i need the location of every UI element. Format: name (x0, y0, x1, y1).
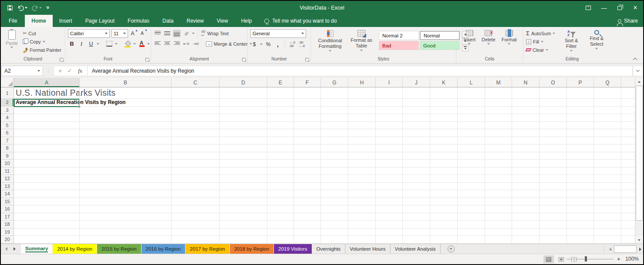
grid-row-12[interactable] (14, 175, 635, 183)
scroll-up-button[interactable] (635, 78, 643, 85)
name-box[interactable]: A2 (1, 66, 43, 76)
number-dialog-launcher[interactable] (305, 58, 309, 62)
redo-dropdown-icon[interactable] (39, 7, 42, 9)
bottom-align-button[interactable] (173, 30, 181, 37)
sheet-tab-2018-by-region[interactable]: 2018 by Region (230, 244, 274, 254)
confirm-entry-icon[interactable]: ✓ (65, 67, 74, 74)
cut-button[interactable]: ✂Cut (23, 29, 61, 37)
share-button[interactable]: Share (618, 15, 638, 27)
sheet-tab-2015-by-region[interactable]: 2015 by Region (97, 244, 141, 254)
zoom-slider-thumb[interactable] (585, 256, 587, 262)
sheet-tab-volunteer-hours[interactable]: Volunteer Hours (345, 244, 390, 254)
column-header-L[interactable]: L (458, 78, 485, 87)
top-align-button[interactable] (154, 30, 162, 37)
tab-review[interactable]: Review (180, 15, 210, 27)
tell-me-box[interactable]: Tell me what you want to do (258, 15, 343, 27)
conditional-formatting-button[interactable]: Conditional Formatting (314, 29, 347, 56)
scroll-left-button[interactable] (609, 248, 611, 251)
minimize-button[interactable]: — (596, 1, 612, 15)
vertical-scroll-thumb[interactable] (636, 86, 643, 221)
style-normal[interactable]: Normal (420, 31, 460, 40)
increase-decimal-button[interactable]: ←.0.00 (288, 40, 296, 48)
close-button[interactable]: × (627, 1, 643, 15)
column-header-F[interactable]: F (294, 78, 321, 87)
fill-button[interactable]: ↓Fill (526, 37, 555, 46)
sheet-tab-2019-visitors[interactable]: 2019 Visitors (274, 244, 311, 254)
grid-row-6[interactable] (14, 129, 635, 137)
italic-button[interactable]: I (78, 40, 85, 48)
grid-row-15[interactable] (14, 198, 635, 206)
column-header-N[interactable]: N (512, 78, 539, 87)
number-format-combo[interactable]: General (250, 29, 306, 38)
select-all-button[interactable] (1, 78, 14, 87)
sort-filter-button[interactable]: AZ Sort & Filter (559, 29, 584, 56)
column-header-O[interactable]: O (539, 78, 567, 87)
row-header-11[interactable]: 11 (1, 168, 13, 175)
percent-style-button[interactable]: % (264, 40, 272, 48)
row-header-20[interactable]: 20 (1, 236, 13, 244)
font-dialog-launcher[interactable] (145, 58, 149, 62)
grid-row-3[interactable] (14, 107, 635, 114)
borders-button[interactable] (105, 40, 113, 48)
tab-help[interactable]: Help (235, 15, 259, 27)
insert-function-icon[interactable]: fx (75, 67, 85, 74)
tab-home[interactable]: Home (25, 15, 52, 27)
row-header-17[interactable]: 17 (1, 213, 13, 221)
insert-cells-button[interactable]: ← Insert (461, 29, 478, 56)
style-normal-2[interactable]: Normal 2 (379, 31, 419, 40)
autosum-button[interactable]: ΣAutoSum (526, 29, 555, 37)
align-left-button[interactable] (154, 40, 162, 48)
grid-row-17[interactable] (14, 213, 635, 221)
zoom-slider[interactable] (566, 256, 614, 262)
horizontal-scrollbar[interactable]: ⋮ (602, 245, 641, 253)
column-header-D[interactable]: D (219, 78, 267, 87)
cell-A1[interactable]: U.S. National Parks Visits (16, 87, 116, 99)
ribbon-display-options-button[interactable] (580, 1, 596, 15)
column-header-A[interactable]: A (14, 78, 80, 87)
row-header-14[interactable]: 14 (1, 190, 13, 198)
font-size-combo[interactable]: 11 (111, 29, 128, 38)
row-header-9[interactable]: 9 (1, 152, 13, 160)
save-icon[interactable] (7, 5, 13, 11)
formula-bar-splitter[interactable]: ⋮ (43, 68, 54, 74)
row-header-13[interactable]: 13 (1, 183, 13, 191)
row-header-16[interactable]: 16 (1, 205, 13, 213)
align-center-button[interactable] (163, 40, 171, 48)
clear-button[interactable]: Clear (526, 46, 555, 54)
formula-input[interactable]: Average Annual Recreation Visits by Regi… (87, 66, 633, 76)
column-header-H[interactable]: H (348, 78, 376, 87)
style-good[interactable]: Good (420, 41, 460, 50)
sheet-tab-2014-by-region[interactable]: 2014 by Region (53, 244, 97, 254)
grid-row-5[interactable] (14, 122, 635, 130)
sheet-tab-volunteer-analysis[interactable]: Volunteer Analysis (391, 244, 441, 254)
customize-qat-button[interactable] (46, 7, 49, 9)
row-header-3[interactable]: 3 (1, 107, 13, 114)
name-box-dropdown-icon[interactable] (37, 70, 40, 72)
copy-button[interactable]: Copy (23, 37, 61, 46)
column-header-P[interactable]: P (567, 78, 594, 87)
grid-row-14[interactable] (14, 190, 635, 198)
grid-row-16[interactable] (14, 205, 635, 213)
format-painter-button[interactable]: Format Painter (23, 46, 61, 54)
delete-cells-button[interactable]: ✕ Delete (479, 29, 498, 56)
vertical-scrollbar[interactable] (635, 78, 643, 244)
new-sheet-button[interactable]: + (441, 244, 462, 254)
comma-style-button[interactable]: , (274, 40, 282, 48)
column-header-K[interactable]: K (430, 78, 458, 87)
merge-center-button[interactable]: ↔Merge & Center (206, 40, 252, 48)
redo-button[interactable] (32, 5, 42, 11)
grid-row-18[interactable] (14, 221, 635, 228)
row-header-5[interactable]: 5 (1, 122, 13, 130)
tab-view[interactable]: View (210, 15, 235, 27)
row-header-18[interactable]: 18 (1, 221, 13, 228)
decrease-font-size-button[interactable]: A▼ (139, 30, 147, 37)
column-header-Q[interactable]: Q (594, 78, 621, 87)
grid-row-10[interactable] (14, 160, 635, 168)
scroll-down-button[interactable] (635, 236, 643, 244)
grid-row-13[interactable] (14, 183, 635, 191)
row-header-12[interactable]: 12 (1, 175, 13, 183)
format-as-table-button[interactable]: Format as Table (347, 29, 376, 56)
sheet-tab-2016-by-region[interactable]: 2016 by Region (142, 244, 185, 254)
row-header-8[interactable]: 8 (1, 144, 13, 152)
column-header-G[interactable]: G (321, 78, 348, 87)
